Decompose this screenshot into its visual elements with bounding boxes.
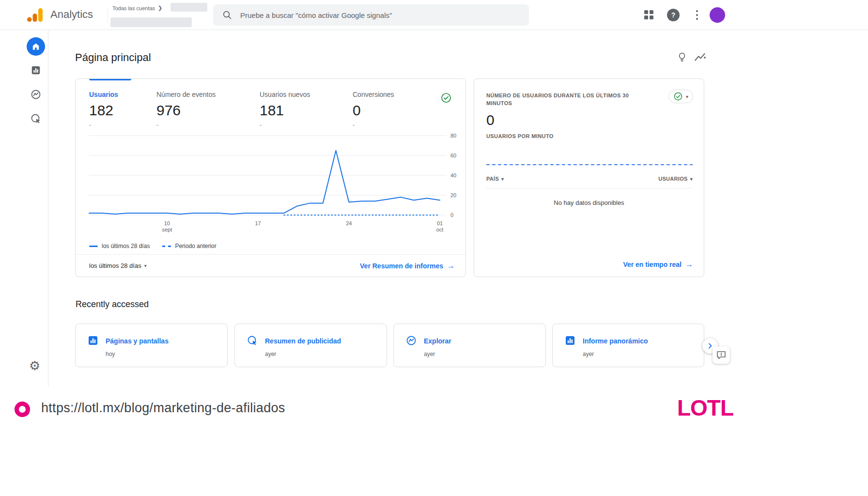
metric-value: 0	[353, 102, 394, 119]
recent-item-explorar[interactable]: Explorar ayer	[393, 324, 546, 367]
home-icon	[31, 42, 41, 51]
sidebar-item-explore[interactable]	[30, 89, 42, 100]
svg-text:10: 10	[164, 220, 170, 226]
recent-item-time: ayer	[265, 351, 276, 357]
metric-label: Usuarios nuevos	[260, 91, 310, 98]
metric-conversiones[interactable]: Conversiones 0 -	[353, 91, 394, 128]
chart-legend: los últimos 28 días Periodo anterior	[89, 243, 217, 249]
svg-text:60: 60	[450, 153, 456, 158]
page-title: Página principal	[75, 51, 151, 64]
svg-text:sept: sept	[162, 227, 172, 232]
chevron-down-icon: ▾	[501, 176, 504, 182]
legend-label: los últimos 28 días	[102, 243, 150, 249]
recent-item-time: hoy	[106, 351, 115, 357]
gear-icon: ⚙	[29, 359, 40, 372]
view-reports-link[interactable]: Ver Resumen de informes →	[360, 262, 455, 270]
metric-usuarios[interactable]: Usuarios 182 -	[89, 91, 118, 128]
recent-item-label: Páginas y pantallas	[106, 337, 169, 345]
chevron-down-icon: ▾	[686, 94, 688, 99]
chevron-down-icon: ▾	[144, 263, 147, 268]
users-per-minute-baseline	[486, 164, 693, 165]
page-url: https://lotl.mx/blog/marketing-de-afilia…	[41, 401, 285, 416]
feedback-button[interactable]	[713, 346, 730, 364]
avatar[interactable]	[710, 7, 725, 23]
metric-label: Conversiones	[353, 91, 394, 98]
explore-icon	[405, 335, 417, 348]
active-metric-indicator	[89, 79, 131, 80]
users-trend-chart: 02040608010sept172401oct	[88, 128, 466, 232]
metric-delta: -	[353, 122, 394, 128]
metric-usuarios-nuevos[interactable]: Usuarios nuevos 181 -	[260, 91, 310, 128]
empty-state-message: No hay datos disponibles	[474, 199, 704, 206]
recent-item-label: Explorar	[424, 337, 451, 345]
chevron-right-icon: ❯	[158, 5, 162, 11]
recent-item-time: ayer	[583, 351, 594, 357]
bottom-band: https://lotl.mx/blog/marketing-de-afilia…	[0, 387, 868, 496]
recent-item-resumen-de-publicidad[interactable]: Resumen de publicidad ayer	[234, 324, 387, 367]
feedback-icon	[715, 349, 727, 361]
arrow-right-icon: →	[685, 260, 693, 269]
breadcrumb[interactable]: Todas las cuentas ❯	[112, 5, 162, 11]
check-circle-icon	[673, 92, 683, 101]
analytics-logo-icon	[27, 7, 44, 23]
users-column-header[interactable]: USUARIOS ▾	[658, 176, 693, 182]
recent-item-informe-panoramico[interactable]: Informe panorámico ayer	[552, 324, 704, 367]
legend-previous-period: Periodo anterior	[162, 243, 216, 249]
svg-text:oct: oct	[436, 227, 444, 232]
view-realtime-link[interactable]: Ver en tiempo real →	[623, 260, 693, 269]
advertising-icon	[247, 335, 258, 348]
realtime-card: NÚMERO DE USUARIOS DURANTE LOS ÚLTIMOS 3…	[474, 78, 704, 277]
search-bar[interactable]	[213, 4, 529, 26]
recent-item-paginas-y-pantallas[interactable]: Páginas y pantallas hoy	[75, 324, 228, 367]
app-name: Analytics	[50, 8, 93, 21]
metric-eventos[interactable]: Número de eventos 976 -	[156, 91, 216, 128]
data-quality-check-icon[interactable]	[440, 92, 452, 106]
realtime-title: NÚMERO DE USUARIOS DURANTE LOS ÚLTIMOS 3…	[486, 92, 632, 107]
sidebar-item-admin[interactable]: ⚙	[29, 359, 40, 372]
sidebar-item-advertising[interactable]	[30, 113, 42, 124]
legend-current-period: los últimos 28 días	[89, 243, 150, 249]
solid-line-swatch	[89, 246, 98, 247]
breadcrumb-label: Todas las cuentas	[112, 5, 155, 11]
insights-lightbulb-icon[interactable]	[676, 51, 688, 65]
recent-item-time: ayer	[424, 351, 435, 357]
explore-icon	[30, 89, 42, 100]
dashed-line-swatch	[162, 246, 171, 247]
redacted-property-name	[110, 17, 192, 27]
realtime-status-dropdown[interactable]: ▾	[668, 90, 693, 103]
svg-text:80: 80	[450, 133, 456, 139]
legend-label: Periodo anterior	[175, 243, 216, 249]
metric-label: Número de eventos	[156, 91, 216, 98]
sidebar: ⚙	[0, 30, 48, 387]
divider	[108, 7, 108, 23]
realtime-subtitle: USUARIOS POR MINUTO	[486, 133, 554, 139]
overflow-menu-icon[interactable]	[693, 9, 701, 21]
search-input[interactable]	[240, 11, 521, 19]
realtime-table-header: PAÍS ▾ USUARIOS ▾	[486, 176, 693, 188]
recently-accessed-title: Recently accessed	[76, 299, 149, 310]
svg-text:24: 24	[346, 220, 352, 226]
advertising-icon	[30, 113, 42, 124]
lotl-logo-mark	[15, 402, 30, 417]
overview-card: Usuarios 182 - Número de eventos 976 - U…	[75, 78, 466, 277]
metric-value: 182	[89, 102, 118, 119]
svg-text:17: 17	[255, 220, 261, 226]
realtime-users-value: 0	[486, 112, 495, 128]
metric-delta: -	[156, 122, 216, 128]
org-switcher-icon[interactable]	[644, 10, 653, 19]
help-icon[interactable]: ?	[667, 9, 680, 21]
topbar: Analytics Todas las cuentas ❯ ?	[0, 0, 868, 30]
report-icon	[87, 335, 99, 348]
metric-delta: -	[260, 122, 310, 128]
recent-item-label: Resumen de publicidad	[265, 337, 341, 345]
date-range-dropdown[interactable]: los últimos 28 días ▾	[89, 262, 147, 269]
country-column-header[interactable]: PAÍS ▾	[486, 176, 504, 182]
metric-delta: -	[89, 122, 118, 128]
sidebar-item-reports[interactable]	[31, 65, 41, 76]
lotl-logo-text: LOTL	[677, 395, 733, 421]
analytics-intelligence-icon[interactable]	[694, 50, 707, 66]
google-analytics-logo[interactable]	[27, 7, 44, 25]
svg-text:0: 0	[450, 212, 453, 218]
sidebar-item-home[interactable]	[27, 37, 45, 56]
overview-card-footer: los últimos 28 días ▾ Ver Resumen de inf…	[76, 254, 465, 277]
